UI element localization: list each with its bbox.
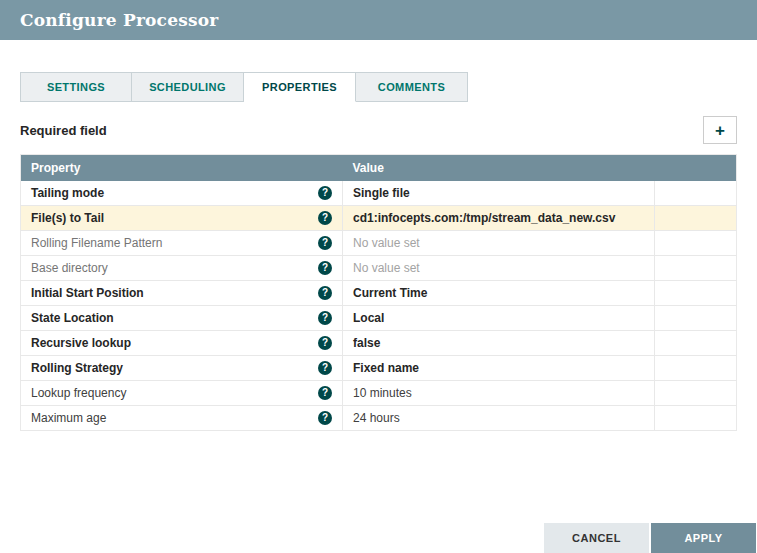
- footer-buttons: CANCEL APPLY: [544, 523, 756, 553]
- configure-processor-dialog: Configure Processor SETTINGSSCHEDULINGPR…: [0, 0, 757, 553]
- table-row: Maximum age?24 hours: [21, 405, 737, 430]
- property-name-cell: State Location?: [21, 305, 343, 330]
- property-name: File(s) to Tail: [31, 211, 104, 225]
- property-value-cell[interactable]: 10 minutes: [343, 380, 655, 405]
- property-value-cell[interactable]: No value set: [343, 230, 655, 255]
- table-row: Tailing mode?Single file: [21, 181, 737, 206]
- property-name-cell: Tailing mode?: [21, 181, 343, 206]
- help-icon[interactable]: ?: [318, 261, 332, 275]
- table-row: Lookup frequency?10 minutes: [21, 380, 737, 405]
- tab-scheduling[interactable]: SCHEDULING: [132, 72, 244, 102]
- help-icon[interactable]: ?: [318, 311, 332, 325]
- properties-table: Property Value Tailing mode?Single fileF…: [20, 154, 737, 431]
- row-extra-cell: [655, 355, 737, 380]
- property-value-cell[interactable]: Local: [343, 305, 655, 330]
- required-field-label: Required field: [20, 123, 107, 138]
- row-extra-cell: [655, 181, 737, 206]
- property-value-cell[interactable]: Fixed name: [343, 355, 655, 380]
- row-extra-cell: [655, 230, 737, 255]
- property-name-cell: Lookup frequency?: [21, 380, 343, 405]
- property-value-cell[interactable]: 24 hours: [343, 405, 655, 430]
- tab-settings[interactable]: SETTINGS: [20, 72, 132, 102]
- row-extra-cell: [655, 330, 737, 355]
- column-header-extra: [655, 155, 737, 181]
- table-row: File(s) to Tail?cd1:infocepts.com:/tmp/s…: [21, 205, 737, 230]
- required-field-row: Required field +: [20, 116, 737, 144]
- table-row: Base directory?No value set: [21, 255, 737, 280]
- property-name: Base directory: [31, 261, 108, 275]
- tab-properties[interactable]: PROPERTIES: [244, 72, 356, 102]
- apply-button[interactable]: APPLY: [651, 523, 756, 553]
- table-row: State Location?Local: [21, 305, 737, 330]
- help-icon[interactable]: ?: [318, 211, 332, 225]
- property-name-cell: File(s) to Tail?: [21, 205, 343, 230]
- property-name: Maximum age: [31, 411, 106, 425]
- tab-comments[interactable]: COMMENTS: [356, 72, 468, 102]
- row-extra-cell: [655, 255, 737, 280]
- table-row: Rolling Filename Pattern?No value set: [21, 230, 737, 255]
- row-extra-cell: [655, 305, 737, 330]
- dialog-title: Configure Processor: [20, 10, 218, 30]
- property-value-cell[interactable]: cd1:infocepts.com:/tmp/stream_data_new.c…: [343, 205, 655, 230]
- column-header-property: Property: [21, 155, 343, 181]
- property-name-cell: Rolling Filename Pattern?: [21, 230, 343, 255]
- properties-table-body: Tailing mode?Single fileFile(s) to Tail?…: [21, 181, 737, 431]
- property-name: Rolling Filename Pattern: [31, 236, 162, 250]
- column-header-value: Value: [343, 155, 655, 181]
- table-row: Initial Start Position?Current Time: [21, 280, 737, 305]
- help-icon[interactable]: ?: [318, 411, 332, 425]
- property-name: Tailing mode: [31, 186, 104, 200]
- row-extra-cell: [655, 405, 737, 430]
- dialog-header: Configure Processor: [0, 0, 757, 40]
- table-row: Recursive lookup?false: [21, 330, 737, 355]
- row-extra-cell: [655, 380, 737, 405]
- cancel-button[interactable]: CANCEL: [544, 523, 649, 553]
- dialog-content: SETTINGSSCHEDULINGPROPERTIESCOMMENTS Req…: [0, 72, 757, 431]
- row-extra-cell: [655, 205, 737, 230]
- property-name: Rolling Strategy: [31, 361, 123, 375]
- property-value-cell[interactable]: Single file: [343, 181, 655, 206]
- table-row: Rolling Strategy?Fixed name: [21, 355, 737, 380]
- property-name: Initial Start Position: [31, 286, 144, 300]
- property-value-cell[interactable]: No value set: [343, 255, 655, 280]
- help-icon[interactable]: ?: [318, 236, 332, 250]
- add-property-button[interactable]: +: [703, 116, 737, 144]
- property-name: Recursive lookup: [31, 336, 131, 350]
- tabs: SETTINGSSCHEDULINGPROPERTIESCOMMENTS: [20, 72, 737, 102]
- property-name-cell: Maximum age?: [21, 405, 343, 430]
- property-value-cell[interactable]: false: [343, 330, 655, 355]
- property-name-cell: Base directory?: [21, 255, 343, 280]
- help-icon[interactable]: ?: [318, 361, 332, 375]
- properties-table-header: Property Value: [21, 155, 737, 181]
- property-name-cell: Rolling Strategy?: [21, 355, 343, 380]
- property-name-cell: Recursive lookup?: [21, 330, 343, 355]
- property-name: State Location: [31, 311, 114, 325]
- property-value-cell[interactable]: Current Time: [343, 280, 655, 305]
- help-icon[interactable]: ?: [318, 286, 332, 300]
- help-icon[interactable]: ?: [318, 386, 332, 400]
- property-name-cell: Initial Start Position?: [21, 280, 343, 305]
- property-name: Lookup frequency: [31, 386, 126, 400]
- help-icon[interactable]: ?: [318, 186, 332, 200]
- row-extra-cell: [655, 280, 737, 305]
- help-icon[interactable]: ?: [318, 336, 332, 350]
